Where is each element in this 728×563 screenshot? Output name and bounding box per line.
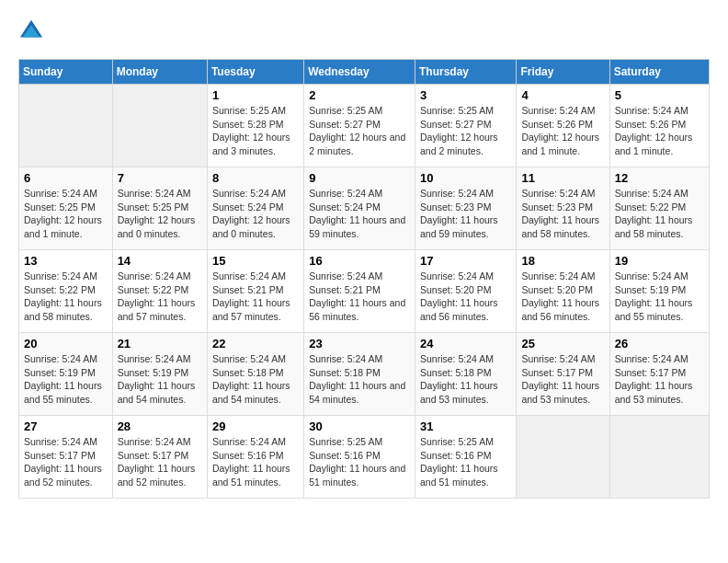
calendar-cell: 25Sunrise: 5:24 AM Sunset: 5:17 PM Dayli… (517, 333, 609, 416)
calendar-cell (609, 416, 709, 499)
day-info: Sunrise: 5:25 AM Sunset: 5:27 PM Dayligh… (420, 104, 511, 158)
calendar-cell: 19Sunrise: 5:24 AM Sunset: 5:19 PM Dayli… (609, 250, 709, 333)
calendar-cell: 30Sunrise: 5:25 AM Sunset: 5:16 PM Dayli… (304, 416, 415, 499)
day-number: 6 (24, 171, 108, 185)
day-info: Sunrise: 5:24 AM Sunset: 5:20 PM Dayligh… (521, 270, 604, 324)
calendar-cell: 26Sunrise: 5:24 AM Sunset: 5:17 PM Dayli… (609, 333, 709, 416)
day-info: Sunrise: 5:25 AM Sunset: 5:27 PM Dayligh… (309, 104, 410, 158)
day-number: 15 (212, 254, 299, 268)
calendar-cell (517, 416, 609, 499)
page-header (18, 18, 710, 44)
weekday-header-monday: Monday (112, 60, 207, 85)
day-number: 27 (24, 419, 108, 433)
calendar-cell: 6Sunrise: 5:24 AM Sunset: 5:25 PM Daylig… (19, 167, 113, 250)
calendar-cell: 15Sunrise: 5:24 AM Sunset: 5:21 PM Dayli… (207, 250, 303, 333)
day-number: 1 (212, 88, 299, 102)
day-info: Sunrise: 5:24 AM Sunset: 5:18 PM Dayligh… (420, 352, 511, 407)
day-number: 14 (118, 254, 202, 268)
weekday-header-row: SundayMondayTuesdayWednesdayThursdayFrid… (19, 60, 710, 85)
day-number: 24 (420, 337, 511, 350)
day-info: Sunrise: 5:25 AM Sunset: 5:16 PM Dayligh… (420, 435, 511, 489)
day-info: Sunrise: 5:24 AM Sunset: 5:23 PM Dayligh… (420, 187, 511, 241)
day-number: 4 (521, 88, 604, 102)
calendar-cell: 8Sunrise: 5:24 AM Sunset: 5:24 PM Daylig… (207, 167, 303, 250)
day-info: Sunrise: 5:24 AM Sunset: 5:19 PM Dayligh… (118, 352, 202, 407)
day-number: 20 (24, 337, 108, 350)
day-info: Sunrise: 5:24 AM Sunset: 5:16 PM Dayligh… (212, 435, 299, 489)
calendar-cell: 4Sunrise: 5:24 AM Sunset: 5:26 PM Daylig… (517, 85, 609, 167)
day-info: Sunrise: 5:24 AM Sunset: 5:22 PM Dayligh… (118, 270, 202, 324)
calendar-cell: 1Sunrise: 5:25 AM Sunset: 5:28 PM Daylig… (207, 85, 303, 167)
day-info: Sunrise: 5:24 AM Sunset: 5:17 PM Dayligh… (24, 435, 108, 489)
day-number: 10 (420, 171, 511, 185)
day-number: 26 (615, 337, 704, 350)
calendar-cell: 29Sunrise: 5:24 AM Sunset: 5:16 PM Dayli… (207, 416, 303, 499)
calendar-week-row: 27Sunrise: 5:24 AM Sunset: 5:17 PM Dayli… (19, 416, 710, 499)
day-number: 17 (420, 254, 511, 268)
calendar-cell: 16Sunrise: 5:24 AM Sunset: 5:21 PM Dayli… (304, 250, 415, 333)
day-info: Sunrise: 5:24 AM Sunset: 5:22 PM Dayligh… (615, 187, 704, 241)
day-number: 18 (521, 254, 604, 268)
calendar-table: SundayMondayTuesdayWednesdayThursdayFrid… (18, 59, 710, 499)
day-number: 22 (212, 337, 299, 350)
day-number: 3 (420, 88, 511, 102)
calendar-cell: 14Sunrise: 5:24 AM Sunset: 5:22 PM Dayli… (112, 250, 207, 333)
day-number: 30 (309, 419, 410, 433)
day-info: Sunrise: 5:24 AM Sunset: 5:19 PM Dayligh… (24, 352, 108, 407)
day-info: Sunrise: 5:24 AM Sunset: 5:17 PM Dayligh… (615, 352, 704, 407)
day-number: 13 (24, 254, 108, 268)
day-info: Sunrise: 5:24 AM Sunset: 5:22 PM Dayligh… (24, 270, 108, 324)
day-number: 25 (521, 337, 604, 350)
day-info: Sunrise: 5:24 AM Sunset: 5:21 PM Dayligh… (212, 270, 299, 324)
day-number: 31 (420, 419, 511, 433)
day-info: Sunrise: 5:24 AM Sunset: 5:24 PM Dayligh… (212, 187, 299, 241)
logo (18, 18, 48, 44)
day-number: 2 (309, 88, 410, 102)
calendar-week-row: 1Sunrise: 5:25 AM Sunset: 5:28 PM Daylig… (19, 85, 710, 167)
calendar-cell: 21Sunrise: 5:24 AM Sunset: 5:19 PM Dayli… (112, 333, 207, 416)
calendar-cell: 7Sunrise: 5:24 AM Sunset: 5:25 PM Daylig… (112, 167, 207, 250)
calendar-cell (19, 85, 113, 167)
day-info: Sunrise: 5:24 AM Sunset: 5:19 PM Dayligh… (615, 270, 704, 324)
weekday-header-friday: Friday (517, 60, 609, 85)
day-info: Sunrise: 5:25 AM Sunset: 5:16 PM Dayligh… (309, 435, 410, 489)
calendar-cell: 23Sunrise: 5:24 AM Sunset: 5:18 PM Dayli… (304, 333, 415, 416)
day-info: Sunrise: 5:24 AM Sunset: 5:18 PM Dayligh… (212, 352, 299, 407)
calendar-cell: 18Sunrise: 5:24 AM Sunset: 5:20 PM Dayli… (517, 250, 609, 333)
calendar-cell: 11Sunrise: 5:24 AM Sunset: 5:23 PM Dayli… (517, 167, 609, 250)
day-info: Sunrise: 5:24 AM Sunset: 5:23 PM Dayligh… (521, 187, 604, 241)
calendar-cell: 31Sunrise: 5:25 AM Sunset: 5:16 PM Dayli… (415, 416, 516, 499)
weekday-header-sunday: Sunday (19, 60, 113, 85)
day-info: Sunrise: 5:24 AM Sunset: 5:25 PM Dayligh… (118, 187, 202, 241)
calendar-week-row: 6Sunrise: 5:24 AM Sunset: 5:25 PM Daylig… (19, 167, 710, 250)
day-info: Sunrise: 5:24 AM Sunset: 5:17 PM Dayligh… (521, 352, 604, 407)
calendar-cell: 13Sunrise: 5:24 AM Sunset: 5:22 PM Dayli… (19, 250, 113, 333)
weekday-header-wednesday: Wednesday (304, 60, 415, 85)
day-info: Sunrise: 5:24 AM Sunset: 5:17 PM Dayligh… (118, 435, 202, 489)
day-info: Sunrise: 5:24 AM Sunset: 5:25 PM Dayligh… (24, 187, 108, 241)
day-number: 5 (615, 88, 704, 102)
day-number: 29 (212, 419, 299, 433)
calendar-cell: 17Sunrise: 5:24 AM Sunset: 5:20 PM Dayli… (415, 250, 516, 333)
weekday-header-saturday: Saturday (609, 60, 709, 85)
day-number: 7 (118, 171, 202, 185)
calendar-cell: 24Sunrise: 5:24 AM Sunset: 5:18 PM Dayli… (415, 333, 516, 416)
logo-icon (18, 18, 44, 44)
calendar-week-row: 20Sunrise: 5:24 AM Sunset: 5:19 PM Dayli… (19, 333, 710, 416)
day-number: 23 (309, 337, 410, 350)
day-info: Sunrise: 5:24 AM Sunset: 5:21 PM Dayligh… (309, 270, 410, 324)
calendar-cell: 20Sunrise: 5:24 AM Sunset: 5:19 PM Dayli… (19, 333, 113, 416)
day-number: 19 (615, 254, 704, 268)
calendar-cell: 12Sunrise: 5:24 AM Sunset: 5:22 PM Dayli… (609, 167, 709, 250)
day-info: Sunrise: 5:25 AM Sunset: 5:28 PM Dayligh… (212, 104, 299, 158)
calendar-cell (112, 85, 207, 167)
day-number: 28 (118, 419, 202, 433)
day-number: 21 (118, 337, 202, 350)
day-info: Sunrise: 5:24 AM Sunset: 5:24 PM Dayligh… (309, 187, 410, 241)
day-number: 12 (615, 171, 704, 185)
weekday-header-thursday: Thursday (415, 60, 516, 85)
day-number: 8 (212, 171, 299, 185)
calendar-cell: 22Sunrise: 5:24 AM Sunset: 5:18 PM Dayli… (207, 333, 303, 416)
day-number: 9 (309, 171, 410, 185)
day-number: 11 (521, 171, 604, 185)
